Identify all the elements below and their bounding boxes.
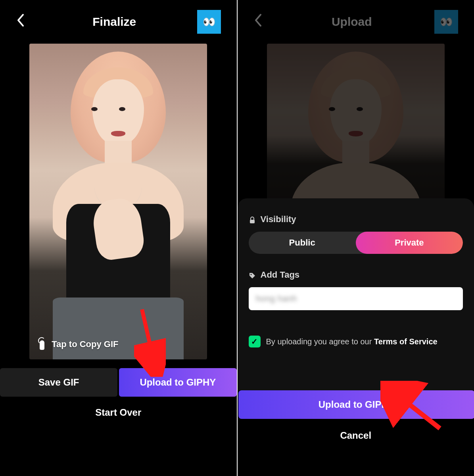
tap-icon bbox=[35, 337, 47, 351]
page-title: Upload bbox=[269, 15, 435, 29]
agree-text: By uploading you agree to our Terms of S… bbox=[266, 337, 438, 346]
upload-to-giphy-button[interactable]: Upload to GIPHY bbox=[119, 368, 236, 397]
back-button[interactable] bbox=[16, 13, 32, 31]
page-title: Finalize bbox=[32, 15, 197, 29]
visibility-private[interactable]: Private bbox=[356, 232, 463, 254]
tag-icon bbox=[249, 271, 256, 278]
agree-checkbox[interactable]: ✓ bbox=[249, 336, 261, 347]
header: Upload 👀 bbox=[238, 0, 474, 40]
add-tags-label: Add Tags bbox=[249, 270, 463, 280]
tags-input[interactable]: hong hanh bbox=[249, 287, 463, 310]
cancel-button[interactable]: Cancel bbox=[238, 430, 474, 441]
tags-input-value: hong hanh bbox=[256, 294, 297, 304]
upload-to-giphy-button[interactable]: Upload to GIPHY bbox=[238, 390, 474, 419]
eyes-icon: 👀 bbox=[440, 16, 453, 28]
check-icon: ✓ bbox=[251, 337, 258, 346]
visibility-public[interactable]: Public bbox=[249, 232, 356, 254]
tap-to-copy[interactable]: Tap to Copy GIF bbox=[35, 337, 118, 351]
visibility-label: Visibility bbox=[249, 214, 463, 225]
back-button[interactable] bbox=[253, 13, 269, 31]
gif-preview[interactable]: Tap to Copy GIF bbox=[29, 44, 207, 359]
save-gif-button[interactable]: Save GIF bbox=[0, 368, 117, 397]
bottom-actions: Upload to GIPHY Cancel bbox=[238, 390, 474, 476]
action-row: Save GIF Upload to GIPHY bbox=[0, 368, 237, 397]
visibility-toggle[interactable]: Public Private bbox=[249, 232, 463, 254]
start-over-button[interactable]: Start Over bbox=[0, 407, 237, 418]
eyes-icon: 👀 bbox=[203, 16, 215, 28]
phone-upload: Upload 👀 Visibility Public Private Add T bbox=[238, 0, 474, 476]
avatar[interactable]: 👀 bbox=[197, 10, 221, 34]
svg-point-1 bbox=[250, 274, 251, 275]
lock-icon bbox=[249, 216, 256, 223]
tap-to-copy-label: Tap to Copy GIF bbox=[52, 339, 118, 349]
agree-row: ✓ By uploading you agree to our Terms of… bbox=[249, 336, 463, 347]
phone-finalize: Finalize 👀 Tap to Copy GIF Save GIF Uplo… bbox=[0, 0, 237, 476]
terms-of-service-link[interactable]: Terms of Service bbox=[374, 337, 438, 346]
gif-preview-dimmed bbox=[267, 44, 445, 210]
header: Finalize 👀 bbox=[0, 0, 237, 40]
svg-rect-0 bbox=[250, 220, 255, 223]
avatar[interactable]: 👀 bbox=[434, 10, 458, 34]
